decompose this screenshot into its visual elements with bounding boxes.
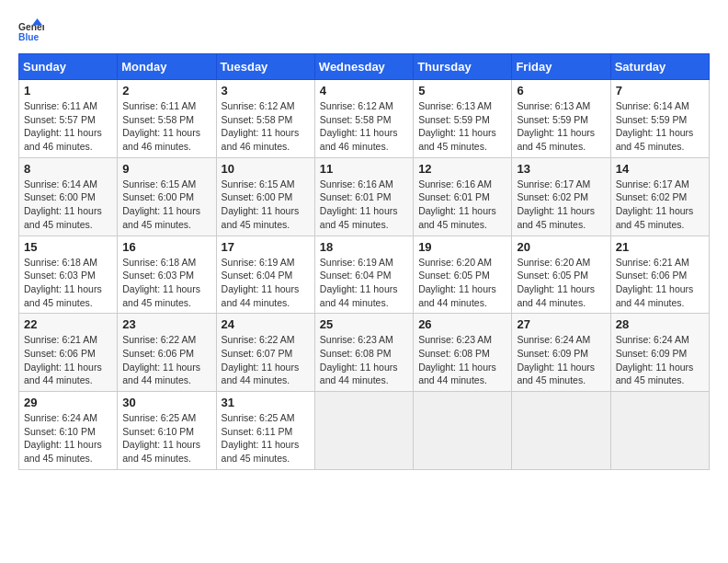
day-info: Sunrise: 6:15 AMSunset: 6:00 PMDaylight:… (222, 178, 310, 232)
day-info: Sunrise: 6:13 AMSunset: 5:59 PMDaylight:… (418, 99, 506, 154)
day-info: Sunrise: 6:24 AMSunset: 6:10 PMDaylight:… (24, 411, 112, 465)
day-info: Sunrise: 6:24 AMSunset: 6:09 PMDaylight:… (517, 333, 605, 387)
day-number: 29 (24, 396, 112, 409)
calendar-cell: 3Sunrise: 6:12 AMSunset: 5:58 PMDaylight… (216, 80, 314, 158)
calendar-cell: 23Sunrise: 6:22 AMSunset: 6:06 PMDayligh… (118, 314, 216, 392)
day-info: Sunrise: 6:11 AMSunset: 5:58 PMDaylight:… (122, 99, 210, 154)
calendar-cell (414, 392, 512, 470)
day-number: 19 (418, 240, 506, 254)
day-info: Sunrise: 6:16 AMSunset: 6:01 PMDaylight:… (418, 178, 506, 232)
day-number: 5 (418, 84, 506, 98)
calendar-cell: 11Sunrise: 6:16 AMSunset: 6:01 PMDayligh… (314, 157, 413, 236)
weekday-header: Thursday (414, 54, 512, 80)
calendar-cell: 28Sunrise: 6:24 AMSunset: 6:09 PMDayligh… (610, 314, 709, 392)
day-number: 9 (122, 162, 210, 176)
calendar-week-row: 8Sunrise: 6:14 AMSunset: 6:00 PMDaylight… (19, 157, 710, 236)
calendar-cell: 5Sunrise: 6:13 AMSunset: 5:59 PMDaylight… (414, 80, 512, 158)
day-info: Sunrise: 6:19 AMSunset: 6:04 PMDaylight:… (320, 256, 408, 310)
day-number: 12 (418, 162, 506, 176)
day-number: 25 (320, 317, 408, 331)
day-number: 8 (24, 162, 112, 176)
day-number: 4 (320, 84, 408, 98)
day-number: 21 (616, 240, 704, 254)
day-info: Sunrise: 6:18 AMSunset: 6:03 PMDaylight:… (24, 256, 112, 310)
day-info: Sunrise: 6:14 AMSunset: 5:59 PMDaylight:… (616, 99, 704, 154)
day-info: Sunrise: 6:14 AMSunset: 6:00 PMDaylight:… (24, 178, 112, 232)
day-info: Sunrise: 6:19 AMSunset: 6:04 PMDaylight:… (222, 256, 310, 310)
day-number: 11 (320, 162, 408, 176)
calendar-cell: 14Sunrise: 6:17 AMSunset: 6:02 PMDayligh… (610, 157, 709, 236)
calendar-cell: 27Sunrise: 6:24 AMSunset: 6:09 PMDayligh… (512, 314, 610, 392)
day-number: 3 (222, 84, 310, 98)
weekday-header: Friday (512, 54, 610, 80)
calendar-cell: 1Sunrise: 6:11 AMSunset: 5:57 PMDaylight… (19, 80, 118, 158)
day-number: 16 (122, 240, 210, 254)
calendar-cell: 6Sunrise: 6:13 AMSunset: 5:59 PMDaylight… (512, 80, 610, 158)
calendar-cell: 18Sunrise: 6:19 AMSunset: 6:04 PMDayligh… (314, 236, 413, 314)
day-info: Sunrise: 6:17 AMSunset: 6:02 PMDaylight:… (616, 178, 704, 232)
day-info: Sunrise: 6:24 AMSunset: 6:09 PMDaylight:… (616, 333, 704, 387)
day-info: Sunrise: 6:23 AMSunset: 6:08 PMDaylight:… (320, 333, 408, 387)
svg-text:Blue: Blue (18, 32, 40, 42)
day-info: Sunrise: 6:18 AMSunset: 6:03 PMDaylight:… (122, 256, 210, 310)
logo: General Blue (18, 18, 44, 44)
calendar-cell: 15Sunrise: 6:18 AMSunset: 6:03 PMDayligh… (19, 236, 118, 314)
day-number: 20 (517, 240, 605, 254)
day-number: 30 (122, 396, 210, 409)
calendar-cell: 10Sunrise: 6:15 AMSunset: 6:00 PMDayligh… (216, 157, 314, 236)
weekday-header: Sunday (19, 54, 118, 80)
day-info: Sunrise: 6:21 AMSunset: 6:06 PMDaylight:… (24, 333, 112, 387)
day-number: 1 (24, 84, 112, 98)
day-number: 6 (517, 84, 605, 98)
day-info: Sunrise: 6:16 AMSunset: 6:01 PMDaylight:… (320, 178, 408, 232)
calendar-cell (314, 392, 413, 470)
day-number: 28 (616, 317, 704, 331)
day-number: 13 (517, 162, 605, 176)
calendar-cell: 16Sunrise: 6:18 AMSunset: 6:03 PMDayligh… (118, 236, 216, 314)
day-info: Sunrise: 6:25 AMSunset: 6:11 PMDaylight:… (222, 411, 310, 465)
calendar-cell: 21Sunrise: 6:21 AMSunset: 6:06 PMDayligh… (610, 236, 709, 314)
day-number: 7 (616, 84, 704, 98)
calendar-cell: 17Sunrise: 6:19 AMSunset: 6:04 PMDayligh… (216, 236, 314, 314)
weekday-header: Monday (118, 54, 216, 80)
day-info: Sunrise: 6:21 AMSunset: 6:06 PMDaylight:… (616, 256, 704, 310)
day-number: 14 (616, 162, 704, 176)
weekday-header: Tuesday (216, 54, 314, 80)
page-header: General Blue (18, 18, 710, 44)
day-number: 24 (222, 317, 310, 331)
calendar-cell: 4Sunrise: 6:12 AMSunset: 5:58 PMDaylight… (314, 80, 413, 158)
calendar-week-row: 22Sunrise: 6:21 AMSunset: 6:06 PMDayligh… (19, 314, 710, 392)
day-number: 10 (222, 162, 310, 176)
weekday-header: Wednesday (314, 54, 413, 80)
calendar-cell: 9Sunrise: 6:15 AMSunset: 6:00 PMDaylight… (118, 157, 216, 236)
calendar-cell: 25Sunrise: 6:23 AMSunset: 6:08 PMDayligh… (314, 314, 413, 392)
day-info: Sunrise: 6:12 AMSunset: 5:58 PMDaylight:… (320, 99, 408, 154)
day-info: Sunrise: 6:13 AMSunset: 5:59 PMDaylight:… (517, 99, 605, 154)
day-info: Sunrise: 6:15 AMSunset: 6:00 PMDaylight:… (122, 178, 210, 232)
weekday-header: Saturday (610, 54, 709, 80)
day-info: Sunrise: 6:17 AMSunset: 6:02 PMDaylight:… (517, 178, 605, 232)
calendar-header-row: SundayMondayTuesdayWednesdayThursdayFrid… (19, 54, 710, 80)
day-info: Sunrise: 6:25 AMSunset: 6:10 PMDaylight:… (122, 411, 210, 465)
day-info: Sunrise: 6:22 AMSunset: 6:06 PMDaylight:… (122, 333, 210, 387)
logo-icon: General Blue (18, 18, 44, 44)
calendar-table: SundayMondayTuesdayWednesdayThursdayFrid… (18, 53, 710, 470)
calendar-cell: 19Sunrise: 6:20 AMSunset: 6:05 PMDayligh… (414, 236, 512, 314)
calendar-week-row: 1Sunrise: 6:11 AMSunset: 5:57 PMDaylight… (19, 80, 710, 158)
calendar-cell (610, 392, 709, 470)
day-number: 18 (320, 240, 408, 254)
day-info: Sunrise: 6:11 AMSunset: 5:57 PMDaylight:… (24, 99, 112, 154)
day-number: 17 (222, 240, 310, 254)
day-number: 31 (222, 396, 310, 409)
calendar-cell: 29Sunrise: 6:24 AMSunset: 6:10 PMDayligh… (19, 392, 118, 470)
calendar-cell: 26Sunrise: 6:23 AMSunset: 6:08 PMDayligh… (414, 314, 512, 392)
day-number: 23 (122, 317, 210, 331)
calendar-cell: 20Sunrise: 6:20 AMSunset: 6:05 PMDayligh… (512, 236, 610, 314)
calendar-cell: 22Sunrise: 6:21 AMSunset: 6:06 PMDayligh… (19, 314, 118, 392)
calendar-cell (512, 392, 610, 470)
day-info: Sunrise: 6:22 AMSunset: 6:07 PMDaylight:… (222, 333, 310, 387)
calendar-cell: 30Sunrise: 6:25 AMSunset: 6:10 PMDayligh… (118, 392, 216, 470)
calendar-week-row: 15Sunrise: 6:18 AMSunset: 6:03 PMDayligh… (19, 236, 710, 314)
day-number: 2 (122, 84, 210, 98)
calendar-cell: 2Sunrise: 6:11 AMSunset: 5:58 PMDaylight… (118, 80, 216, 158)
